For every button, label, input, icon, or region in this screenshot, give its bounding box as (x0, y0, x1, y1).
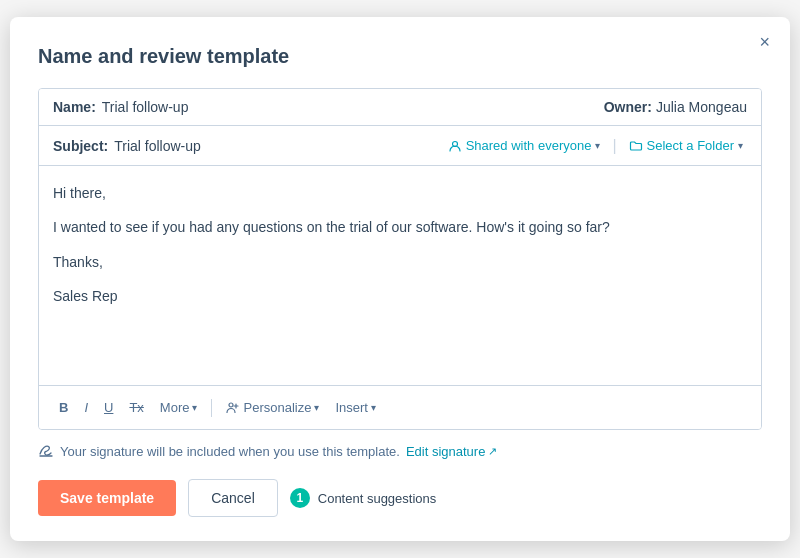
body-line3: Thanks, (53, 251, 747, 273)
edit-signature-link[interactable]: Edit signature ↗ (406, 444, 498, 459)
shared-label: Shared with everyone (466, 138, 592, 153)
bold-button[interactable]: B (53, 396, 74, 419)
svg-point-1 (229, 403, 233, 407)
email-toolbar: B I U Tx More ▾ Personalize ▾ (39, 386, 761, 429)
subject-right: Shared with everyone ▾ | Select a Folder… (444, 136, 747, 155)
more-label: More (160, 400, 190, 415)
modal-footer: Save template Cancel 1 Content suggestio… (38, 479, 762, 517)
close-button[interactable]: × (759, 33, 770, 51)
share-icon (448, 139, 462, 153)
underline-button[interactable]: U (98, 396, 119, 419)
select-folder-button[interactable]: Select a Folder ▾ (625, 136, 747, 155)
content-suggestions[interactable]: 1 Content suggestions (290, 488, 437, 508)
more-button[interactable]: More ▾ (154, 396, 204, 419)
strikethrough-button[interactable]: Tx (123, 396, 149, 419)
personalize-arrow: ▾ (314, 402, 319, 413)
italic-button[interactable]: I (78, 396, 94, 419)
shared-dropdown-arrow: ▾ (595, 140, 600, 151)
suggestions-badge: 1 (290, 488, 310, 508)
subject-label: Subject: (53, 138, 108, 154)
subject-row: Subject: Trial follow-up Shared with eve… (39, 126, 761, 166)
suggestions-label: Content suggestions (318, 491, 437, 506)
personalize-icon (226, 401, 240, 415)
name-row: Name: Owner: Julia Mongeau (39, 89, 761, 126)
edit-signature-label: Edit signature (406, 444, 486, 459)
name-label: Name: (53, 99, 96, 115)
external-link-icon: ↗ (488, 445, 497, 458)
subject-left: Subject: Trial follow-up (53, 138, 436, 154)
owner-label: Owner: (604, 99, 652, 115)
owner-value: Julia Mongeau (656, 99, 747, 115)
more-arrow: ▾ (192, 402, 197, 413)
folder-icon (629, 139, 643, 153)
shared-with-everyone-button[interactable]: Shared with everyone ▾ (444, 136, 605, 155)
toolbar-divider (211, 399, 212, 417)
owner-info: Owner: Julia Mongeau (604, 99, 747, 115)
folder-label: Select a Folder (647, 138, 734, 153)
insert-arrow: ▾ (371, 402, 376, 413)
body-line4: Sales Rep (53, 285, 747, 307)
toolbar-separator: | (612, 137, 616, 155)
cancel-button[interactable]: Cancel (188, 479, 278, 517)
template-form: Name: Owner: Julia Mongeau Subject: Tria… (38, 88, 762, 430)
signature-notice: Your signature will be included when you… (38, 430, 762, 461)
save-template-button[interactable]: Save template (38, 480, 176, 516)
signature-text: Your signature will be included when you… (60, 444, 400, 459)
personalize-button[interactable]: Personalize ▾ (220, 396, 325, 419)
personalize-label: Personalize (243, 400, 311, 415)
folder-dropdown-arrow: ▾ (738, 140, 743, 151)
body-line2: I wanted to see if you had any questions… (53, 216, 747, 238)
insert-button[interactable]: Insert ▾ (329, 396, 382, 419)
name-input[interactable] (102, 99, 604, 115)
subject-value: Trial follow-up (114, 138, 201, 154)
name-field: Name: (53, 99, 604, 115)
email-body: Hi there, I wanted to see if you had any… (39, 166, 761, 386)
insert-label: Insert (335, 400, 368, 415)
modal-dialog: × Name and review template Name: Owner: … (10, 17, 790, 541)
signature-icon (38, 442, 54, 461)
body-line1: Hi there, (53, 182, 747, 204)
modal-title: Name and review template (38, 45, 762, 68)
